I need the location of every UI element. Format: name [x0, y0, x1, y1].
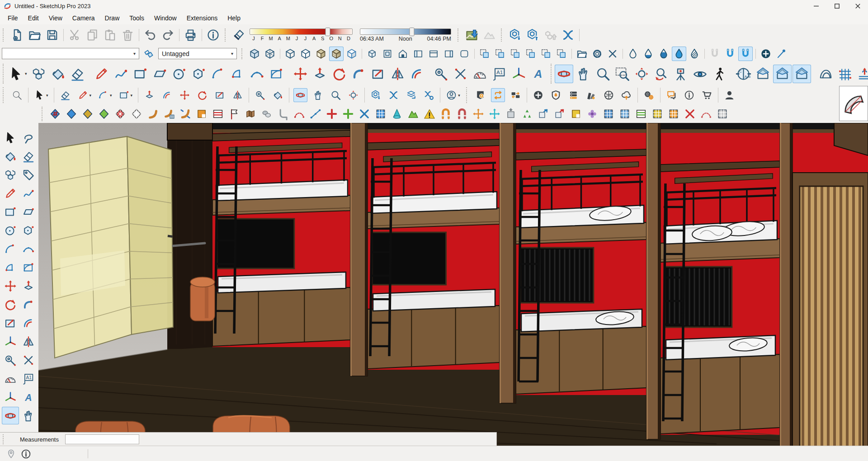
account-button[interactable]: ▾	[444, 88, 462, 102]
extension-x-button[interactable]	[387, 88, 401, 102]
follow-me-button[interactable]	[20, 296, 37, 313]
pl-magnet-red-button[interactable]	[454, 106, 470, 122]
line-small-button[interactable]: ▾	[76, 88, 93, 102]
classifier-combo[interactable]: ▾	[2, 48, 139, 59]
from-contours-button[interactable]	[816, 65, 835, 83]
flip-button[interactable]	[20, 333, 37, 350]
pl-grid-blue-3-button[interactable]	[617, 106, 632, 122]
pl-grid-yellow-button[interactable]	[650, 106, 665, 122]
orbit-small-button[interactable]	[293, 88, 307, 102]
shadow-time-slider[interactable]	[360, 28, 451, 35]
zoom-search-button[interactable]	[10, 88, 24, 102]
measure-pin-button[interactable]	[774, 47, 788, 61]
toolbar-grip[interactable]	[241, 48, 244, 59]
right-view-button[interactable]	[411, 47, 425, 61]
pl-hook-grey-button[interactable]	[275, 106, 291, 122]
select-caret[interactable]: ▾	[25, 71, 27, 76]
help-info-button[interactable]	[682, 88, 696, 102]
vray-settings-button[interactable]	[642, 88, 656, 102]
menu-extensions[interactable]: Extensions	[182, 13, 222, 23]
freehand-button[interactable]	[112, 65, 130, 83]
iso-view-button[interactable]	[365, 47, 379, 61]
pl-grid-blue-2-button[interactable]	[601, 106, 616, 122]
vray-batch-button[interactable]	[566, 88, 580, 102]
pl-arrows-orange-button[interactable]	[471, 106, 486, 122]
vray-camera-sync-button[interactable]	[509, 88, 523, 102]
shaded-button[interactable]	[314, 47, 328, 61]
pl-pair-grey-button[interactable]	[259, 106, 274, 122]
new-document-button[interactable]	[9, 27, 25, 43]
toolbar-grip[interactable]	[3, 28, 5, 42]
wireframe-button[interactable]	[283, 47, 297, 61]
maximize-button[interactable]	[826, 0, 847, 12]
snap-strong-button[interactable]	[738, 47, 753, 61]
pl-magnet-orange-button[interactable]	[438, 106, 453, 122]
dimensions-button[interactable]	[20, 351, 37, 369]
zoom-button[interactable]	[594, 65, 612, 83]
eraser-button[interactable]	[20, 147, 37, 165]
menu-draw[interactable]: Draw	[100, 13, 125, 23]
store-cart-button[interactable]	[700, 88, 714, 102]
toggle-shadows-button[interactable]	[231, 27, 247, 43]
tags-combo[interactable]: Untagged ▾	[158, 48, 237, 59]
perspective-view-button[interactable]	[457, 47, 472, 61]
rotate-button[interactable]	[2, 296, 19, 313]
toolbar-grip[interactable]	[3, 434, 5, 444]
zoom-small-button[interactable]	[329, 88, 343, 102]
select-intersect-button[interactable]	[554, 47, 569, 61]
toolbar-grip[interactable]	[42, 107, 44, 121]
rotate-small-button[interactable]	[195, 88, 209, 102]
zoom-extents-small-button[interactable]	[346, 88, 360, 102]
lasso-select-button[interactable]	[20, 129, 37, 146]
rotated-rectangle-button[interactable]	[151, 65, 169, 83]
scale-button[interactable]	[369, 65, 387, 83]
circle-button[interactable]	[2, 221, 19, 239]
zoom-previous-button[interactable]	[652, 65, 670, 83]
opacity-hatched-button[interactable]	[687, 47, 702, 61]
pl-grid-diamond-white-button[interactable]	[129, 106, 144, 122]
two-point-arc-button[interactable]	[209, 65, 227, 83]
close-button[interactable]	[847, 0, 868, 12]
arc-button[interactable]	[20, 259, 37, 276]
text-button[interactable]: A1	[490, 65, 509, 83]
menu-tools[interactable]: Tools	[124, 13, 149, 23]
pl-grid-diamond-red-button[interactable]	[113, 106, 128, 122]
geolocation-button[interactable]	[4, 447, 18, 461]
pl-diamond-gold-button[interactable]	[80, 106, 95, 122]
pl-warning-button[interactable]	[422, 106, 437, 122]
select-subtract-button[interactable]	[524, 47, 538, 61]
flip-small-button[interactable]	[231, 88, 245, 102]
pl-grid-blue-button[interactable]	[373, 106, 388, 122]
pl-fold-brown-button[interactable]	[243, 106, 258, 122]
pl-box-arrow-red-button[interactable]	[552, 106, 567, 122]
pl-table-green-button[interactable]	[633, 106, 649, 122]
polygon-button[interactable]	[20, 221, 37, 239]
toolbar-grip[interactable]	[466, 87, 469, 103]
3d-text-button[interactable]: A	[529, 65, 547, 83]
position-camera-button[interactable]	[671, 65, 690, 83]
measurements-input[interactable]	[65, 434, 139, 444]
vray-interactive-render-button[interactable]	[491, 88, 505, 102]
push-pull-small-button[interactable]	[142, 88, 156, 102]
move-small-button[interactable]	[178, 88, 192, 102]
shaded-with-textures-button[interactable]	[329, 47, 344, 61]
eraser-small-button[interactable]	[58, 88, 72, 102]
push-pull-button[interactable]	[20, 277, 37, 295]
undo-button[interactable]	[142, 27, 159, 43]
menu-view[interactable]: View	[44, 13, 67, 23]
front-view-button[interactable]	[396, 47, 410, 61]
menu-file[interactable]: File	[3, 13, 23, 23]
two-point-arc-button[interactable]	[2, 240, 19, 258]
zoom-extents-button[interactable]	[632, 65, 651, 83]
make-component-button[interactable]	[2, 166, 19, 183]
save-model-button[interactable]	[44, 27, 61, 43]
pl-plus-red-button[interactable]	[324, 106, 340, 122]
pl-cone-cyan-button[interactable]	[389, 106, 405, 122]
close-x-button[interactable]	[605, 47, 620, 61]
move-button[interactable]	[291, 65, 310, 83]
circle-button[interactable]	[170, 65, 189, 83]
scale-button[interactable]	[2, 314, 19, 332]
select-add-button[interactable]	[508, 47, 523, 61]
pl-curve-red-button[interactable]	[292, 106, 307, 122]
polygon-button[interactable]	[189, 65, 208, 83]
